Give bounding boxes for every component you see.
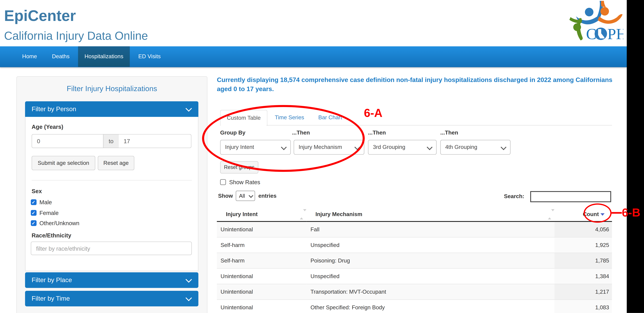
age-from-input[interactable] (32, 134, 104, 148)
show-rates-label: Show Rates (229, 179, 260, 185)
checkbox-checked-icon[interactable] (31, 210, 36, 216)
text-cell: Transportation: MVT-Occupant (306, 284, 554, 300)
table-row[interactable]: UnintentionalTransportation: MVT-Occupan… (217, 284, 612, 300)
select-value: Injury Mechanism (298, 144, 342, 150)
show-rates-checkbox[interactable] (220, 179, 226, 185)
app-subtitle: California Injury Data Online (4, 29, 148, 43)
results-table: Injury Intent Injury Mechanism Count Uni… (217, 207, 612, 313)
nav-item-deaths[interactable]: Deaths (45, 46, 76, 67)
reset-age-button[interactable]: Reset age (98, 156, 134, 170)
annotation-line-6b (612, 212, 622, 213)
col-header-injury-mechanism[interactable]: Injury Mechanism (306, 207, 554, 221)
col-header-injury-intent[interactable]: Injury Intent (217, 207, 306, 221)
tab-bar-chart[interactable]: Bar Chart (318, 110, 342, 125)
table-row[interactable]: UnintentionalUnspecified1,384 (217, 269, 612, 284)
count-cell: 1,217 (554, 284, 612, 300)
age-to-addon: to (103, 134, 119, 148)
column-title: Injury Intent (226, 211, 258, 217)
column-title: Injury Mechanism (316, 211, 362, 217)
results-table-body: UnintentionalFall4,056Self-harmUnspecifi… (217, 221, 612, 313)
annotation-label-6b: 6-B (622, 206, 640, 219)
text-cell: Unintentional (217, 269, 306, 284)
show-entries-label: Show (218, 193, 233, 199)
chevron-down-icon (186, 295, 192, 301)
accordion-filter-by-person[interactable]: Filter by Person (25, 101, 198, 117)
annotation-label-6a: 6-A (364, 107, 382, 120)
then-label: ...Then (440, 130, 458, 136)
age-label: Age (Years) (32, 123, 63, 130)
entries-label: entries (258, 193, 276, 199)
chevron-down-icon (186, 276, 192, 283)
then-label: ...Then (292, 130, 310, 136)
table-row[interactable]: UnintentionalFall4,056 (217, 221, 612, 237)
checkbox-label: Female (40, 209, 59, 216)
count-cell: 1,083 (554, 300, 612, 313)
table-row[interactable]: Self-harmPoisoning: Drug1,785 (217, 253, 612, 268)
accordion-label: Filter by Time (32, 295, 70, 302)
count-cell: 1,925 (554, 237, 612, 253)
count-cell: 1,384 (554, 269, 612, 284)
select-value: All (239, 193, 245, 199)
divider (32, 180, 192, 180)
sort-both-icon (300, 211, 303, 218)
chevron-down-icon (354, 144, 360, 150)
sort-both-icon (548, 211, 551, 218)
table-header-row: Injury Intent Injury Mechanism Count (217, 207, 612, 221)
grouping-select-1[interactable]: Injury Intent (220, 140, 291, 155)
logo-text-ph: PH (607, 25, 624, 43)
submit-age-button[interactable]: Submit age selection (32, 156, 95, 170)
sex-option-male[interactable]: Male (31, 199, 52, 206)
text-cell: Self-harm (217, 253, 306, 268)
nav-item-home[interactable]: Home (16, 46, 44, 67)
reset-groups-button[interactable]: Reset groups (220, 161, 258, 173)
accordion-filter-by-place[interactable]: Filter by Place (25, 272, 198, 288)
text-cell: Other Specified: Foreign Body (306, 300, 554, 313)
select-value: 3rd Grouping (373, 144, 405, 150)
checkbox-checked-icon[interactable] (31, 220, 36, 226)
search-label: Search: (504, 193, 524, 199)
cdph-logo: C PH (569, 1, 624, 43)
tab-time-series[interactable]: Time Series (275, 110, 304, 125)
checkbox-label: Other/Unknown (40, 220, 80, 226)
main-nav: Home Deaths Hospitalizations ED Visits (0, 46, 627, 67)
grouping-select-2[interactable]: Injury Mechanism (294, 140, 364, 155)
sex-option-other-unknown[interactable]: Other/Unknown (31, 220, 80, 227)
results-summary: Currently displaying 18,574 comprehensiv… (217, 75, 613, 94)
accordion-filter-by-time[interactable]: Filter by Time (25, 291, 198, 306)
text-cell: Fall (306, 221, 554, 237)
chevron-down-icon (500, 144, 506, 150)
sex-option-female[interactable]: Female (31, 209, 58, 217)
filter-panel-title: Filter Injury Hospitalizations (16, 85, 208, 93)
race-ethnicity-input[interactable] (31, 242, 192, 255)
text-cell: Unintentional (217, 284, 306, 300)
checkbox-checked-icon[interactable] (31, 199, 36, 205)
sex-label: Sex (32, 188, 42, 194)
nav-item-ed-visits[interactable]: ED Visits (132, 46, 167, 67)
sort-descending-icon (600, 213, 605, 215)
page: EpiCenter California Injury Data Online … (0, 0, 644, 313)
age-to-input[interactable] (119, 134, 192, 148)
text-cell: Unintentional (217, 221, 306, 237)
col-header-count[interactable]: Count (554, 207, 612, 221)
grouping-select-3[interactable]: 3rd Grouping (368, 140, 436, 155)
text-cell: Unspecified (306, 269, 554, 284)
chevron-down-icon (248, 193, 253, 198)
tab-custom-table[interactable]: Custom Table (220, 110, 267, 126)
table-row[interactable]: Self-harmUnspecified1,925 (217, 237, 612, 253)
table-row[interactable]: UnintentionalOther Specified: Foreign Bo… (217, 300, 612, 313)
accordion-label: Filter by Person (32, 106, 76, 113)
grouping-select-4[interactable]: 4th Grouping (440, 140, 510, 155)
page-length-select[interactable]: All (236, 191, 255, 201)
app-title: EpiCenter (4, 7, 76, 25)
text-cell: Self-harm (217, 237, 306, 253)
count-cell: 4,056 (554, 221, 612, 237)
text-cell: Unspecified (306, 237, 554, 253)
nav-item-hospitalizations[interactable]: Hospitalizations (78, 46, 130, 67)
screen-edge-black-strip (627, 0, 644, 313)
then-label: ...Then (368, 130, 386, 136)
text-cell: Unintentional (217, 300, 306, 313)
group-by-label: Group By (220, 130, 245, 136)
count-cell: 1,785 (554, 253, 612, 268)
select-value: Injury Intent (225, 144, 254, 150)
search-input[interactable] (530, 191, 611, 202)
